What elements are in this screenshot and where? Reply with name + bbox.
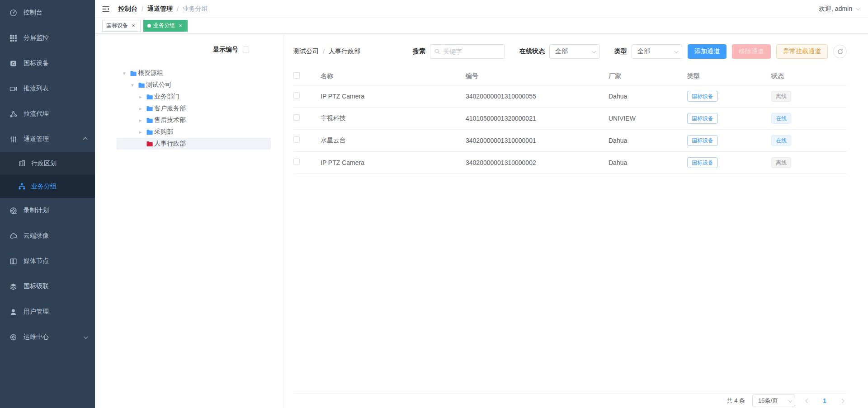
tree-panel: 显示编号 ▾根资源组▾测试公司▸业务部门▸客户服务部▸售后技术部▸采购部人事行政… <box>95 33 284 408</box>
close-icon[interactable]: × <box>130 23 137 29</box>
type-tag[interactable]: 国标设备 <box>687 113 718 124</box>
chevron-down-icon <box>592 49 596 53</box>
remove-channel-button[interactable]: 移除通道 <box>732 44 771 59</box>
table-panel: 测试公司 / 人事行政部 搜索 在线状态 全部 <box>284 33 868 408</box>
tab-国标设备[interactable]: 国标设备× <box>102 20 141 32</box>
sidebar-item-administrative-district[interactable]: 行政区划 <box>0 152 95 175</box>
caret-collapsed-icon[interactable]: ▸ <box>139 129 146 135</box>
caret-collapsed-icon[interactable]: ▸ <box>139 117 146 123</box>
channel-table: 名称 编号 厂家 类型 状态 IP PTZ Camera340200000013… <box>293 68 847 174</box>
table-row: IP PTZ Camera34020000001310000055Dahua国标… <box>293 85 847 107</box>
tree-node-purchasing-dept[interactable]: ▸采购部 <box>117 126 271 138</box>
col-vendor: 厂家 <box>609 68 687 85</box>
hamburger-icon[interactable] <box>101 5 110 14</box>
show-number-label: 显示编号 <box>213 46 238 54</box>
online-status-label: 在线状态 <box>519 47 545 56</box>
caret-collapsed-icon[interactable]: ▸ <box>139 94 146 100</box>
row-checkbox[interactable] <box>293 136 300 143</box>
breadcrumb: 控制台 / 通道管理 / 业务分组 <box>118 5 208 13</box>
sidebar-item-channel-management[interactable]: 通道管理 <box>0 127 95 152</box>
breadcrumb-separator: / <box>142 5 143 13</box>
folder-icon <box>146 94 153 100</box>
sidebar-item-label: 云端录像 <box>24 232 49 240</box>
sidebar-item-cloud-recording[interactable]: 云端录像 <box>0 223 95 249</box>
breadcrumb-channel-management[interactable]: 通道管理 <box>147 5 173 13</box>
sidebar-item-label: 运维中心 <box>24 333 49 341</box>
col-type: 类型 <box>687 68 771 85</box>
type-tag[interactable]: 国标设备 <box>687 91 718 102</box>
server-panel-icon <box>9 257 17 265</box>
cell-name: 水星云台 <box>321 129 466 151</box>
tree-node-hr-admin-dept[interactable]: 人事行政部 <box>117 138 271 150</box>
sidebar-item-label: 通道管理 <box>24 135 49 143</box>
breadcrumb-console[interactable]: 控制台 <box>118 5 137 13</box>
path-separator: / <box>323 48 325 55</box>
main-area: 控制台 / 通道管理 / 业务分组 欢迎, admin 国标设备×业务分组× 显… <box>95 0 868 408</box>
type-select[interactable]: 全部 <box>632 44 682 59</box>
refresh-button[interactable] <box>833 45 847 58</box>
chevron-down-icon <box>856 6 860 10</box>
cell-vendor: Dahua <box>609 85 687 107</box>
folder-icon <box>138 82 145 88</box>
online-status-select[interactable]: 全部 <box>549 44 600 59</box>
sidebar-item-user-management[interactable]: 用户管理 <box>0 299 95 324</box>
caret-expanded-icon[interactable]: ▾ <box>131 82 138 88</box>
breadcrumb-business-group: 业务分组 <box>183 5 208 13</box>
cell-name: IP PTZ Camera <box>321 151 466 174</box>
tree-node-business-dept[interactable]: ▸业务部门 <box>117 91 271 103</box>
selection-path: 测试公司 / 人事行政部 <box>293 47 413 56</box>
row-checkbox[interactable] <box>293 159 300 165</box>
sidebar-item-gb-devices[interactable]: G国标设备 <box>0 51 95 76</box>
tree-node-test-company[interactable]: ▾测试公司 <box>117 79 271 91</box>
prev-page-button[interactable] <box>802 396 812 406</box>
current-page-number[interactable]: 1 <box>820 397 830 404</box>
sidebar-item-console[interactable]: 控制台 <box>0 0 95 25</box>
abnormal-mount-channel-button[interactable]: 异常挂载通道 <box>776 44 828 59</box>
cell-name: IP PTZ Camera <box>321 85 466 107</box>
type-tag[interactable]: 国标设备 <box>687 157 718 168</box>
cell-code: 41010500001320000021 <box>466 107 609 129</box>
sidebar-item-ops-center[interactable]: 运维中心 <box>0 324 95 350</box>
add-channel-button[interactable]: 添加通道 <box>688 44 726 59</box>
sidebar-item-media-nodes[interactable]: 媒体节点 <box>0 249 95 274</box>
show-number-checkbox[interactable] <box>243 47 249 53</box>
select-all-checkbox[interactable] <box>293 72 300 79</box>
content: 显示编号 ▾根资源组▾测试公司▸业务部门▸客户服务部▸售后技术部▸采购部人事行政… <box>95 33 868 408</box>
tree-node-after-sales-tech-dept[interactable]: ▸售后技术部 <box>117 114 271 126</box>
breadcrumb-separator: / <box>177 5 179 13</box>
folder-icon <box>146 141 153 147</box>
tab-active-业务分组[interactable]: 业务分组× <box>143 20 188 32</box>
sidebar-item-record-plan[interactable]: 录制计划 <box>0 198 95 223</box>
tree-node-label: 业务部门 <box>154 93 179 101</box>
topbar-left: 控制台 / 通道管理 / 业务分组 <box>101 5 208 14</box>
next-page-button[interactable] <box>837 396 847 406</box>
type-tag[interactable]: 国标设备 <box>687 135 718 146</box>
topbar: 控制台 / 通道管理 / 业务分组 欢迎, admin <box>95 0 868 18</box>
close-icon[interactable]: × <box>177 23 184 29</box>
sidebar-item-push-stream-list[interactable]: 推流列表 <box>0 76 95 101</box>
sidebar-item-label: 国标设备 <box>24 59 49 67</box>
search-input[interactable] <box>443 48 501 55</box>
resource-tree: ▾根资源组▾测试公司▸业务部门▸客户服务部▸售后技术部▸采购部人事行政部 <box>117 67 271 150</box>
sidebar-item-split-screen-monitor[interactable]: 分屏监控 <box>0 25 95 51</box>
folder-icon <box>146 129 153 135</box>
table-row: 宇视科技41010500001320000021UNIVIEW国标设备在线 <box>293 107 847 129</box>
row-checkbox[interactable] <box>293 92 300 98</box>
sidebar-item-business-group[interactable]: 业务分组 <box>0 175 95 198</box>
sliders-icon <box>9 135 17 143</box>
tree-node-root-resource-group[interactable]: ▾根资源组 <box>117 67 271 79</box>
user-menu[interactable]: 欢迎, admin <box>819 5 859 13</box>
sidebar-item-label: 拉流代理 <box>24 110 49 118</box>
row-checkbox[interactable] <box>293 114 300 121</box>
tree-node-label: 根资源组 <box>138 69 163 77</box>
sidebar-item-pull-stream-proxy[interactable]: 拉流代理 <box>0 101 95 127</box>
sidebar-item-gb-cascade[interactable]: 国标级联 <box>0 274 95 299</box>
user-icon <box>9 308 17 316</box>
caret-collapsed-icon[interactable]: ▸ <box>139 106 146 112</box>
caret-expanded-icon[interactable]: ▾ <box>123 70 130 76</box>
total-count: 共 4 条 <box>727 397 745 405</box>
cell-vendor: Dahua <box>609 151 687 174</box>
type-value: 全部 <box>637 47 650 56</box>
page-size-select[interactable]: 15条/页 <box>752 394 795 407</box>
tree-node-customer-service-dept[interactable]: ▸客户服务部 <box>117 103 271 114</box>
